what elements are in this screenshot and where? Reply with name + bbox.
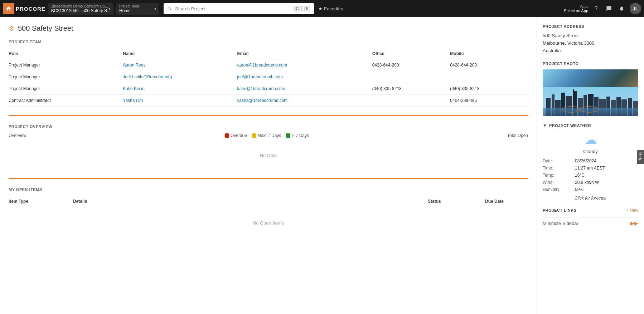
team-col-email: Email (237, 48, 372, 59)
weather-humidity-label: Humidity: (543, 187, 575, 192)
my-open-items-section: MY OPEN ITEMS Item Type Details Status D… (9, 187, 528, 237)
breadcrumb-project-label: BC313012046 - 500 Safety S... (51, 8, 111, 13)
project-links-section: PROJECT LINKS + New (543, 208, 638, 213)
project-photo-container (543, 69, 638, 116)
apps-label: Apps (580, 5, 588, 9)
team-role-cell: Project Manager (9, 59, 123, 71)
minimize-sidebar-button[interactable]: Minimize Sidebar ▶▶ (543, 217, 638, 229)
team-name-cell: Katie Kwan (123, 83, 237, 95)
address-line1: 500 Safety Street (543, 33, 578, 38)
address-line3: Australia (543, 48, 561, 53)
legend-item: > 7 Days (286, 133, 309, 138)
project-address: 500 Safety Street Melbourne, Victoria 30… (543, 32, 638, 54)
page-title: 500 Safety Street (18, 24, 73, 33)
legend-dot-1 (252, 133, 256, 138)
items-col-type: Item Type (9, 199, 73, 204)
project-team-section-title: PROJECT TEAM (9, 40, 528, 44)
weather-section: ▼ PROJECT WEATHER ☁ Cloudy Date: 08/26/2… (543, 123, 638, 201)
home-icon-button[interactable] (3, 3, 14, 14)
cloud-icon: ☁ (584, 132, 597, 147)
procore-logo: PROCORE (16, 6, 45, 12)
apps-dropdown[interactable]: Apps Select an App (564, 5, 588, 13)
weather-wind-val: 20.9 km/h W (575, 180, 638, 185)
settings-icon[interactable]: ⚙ (9, 25, 14, 33)
team-col-role: Role (9, 48, 123, 59)
table-row: Project Manager Joel Ludik (1Breadcrumb)… (9, 71, 528, 83)
weather-date-val: 08/26/2024 (575, 158, 638, 163)
main-layout: ⚙ 500 Safety Street PROJECT TEAM Role Na… (0, 17, 644, 314)
legend-label-1: Next 7 Days (258, 133, 281, 138)
favorites-button[interactable]: ★ Favorites (318, 6, 343, 11)
weather-humidity-val: 59% (575, 187, 638, 192)
user-avatar[interactable]: JL (630, 3, 641, 14)
my-open-items-section-title: MY OPEN ITEMS (9, 187, 528, 192)
project-team-section: PROJECT TEAM Role Name Email Office Mobi… (9, 40, 528, 107)
items-col-status: Status (428, 199, 485, 204)
team-name-cell: Yasha Lim (123, 95, 237, 107)
total-open-label: Total Open (507, 133, 528, 138)
team-email-cell[interactable]: katie@1breadcrumb.com (237, 83, 372, 95)
overview-items-divider (9, 178, 528, 179)
team-email-cell[interactable]: joel@1breadcrumb.com (237, 71, 372, 83)
new-link-button[interactable]: + New (626, 208, 638, 213)
table-row: Contract Administrator Yasha Lim yasha@1… (9, 95, 528, 107)
project-overview-section: PROJECT OVERVIEW Overview Overdue Next 7… (9, 124, 528, 170)
weather-date-label: Date: (543, 158, 575, 163)
apps-select-label: Select an App (564, 9, 588, 13)
project-tools-dropdown[interactable]: Project Tools Home ▼ (116, 3, 159, 15)
project-team-table: Role Name Email Office Mobile Project Ma… (9, 48, 528, 107)
items-col-duedate: Due Date (485, 199, 528, 204)
team-office-cell (372, 71, 450, 83)
weather-header[interactable]: ▼ PROJECT WEATHER (543, 123, 638, 128)
team-col-name: Name (123, 48, 237, 59)
overview-label: Overview (9, 133, 26, 138)
team-col-office: Office (372, 48, 450, 59)
weather-details-grid: Date: 08/26/2024 Time: 11:27 am AEST Tem… (543, 158, 638, 192)
open-items-no-data: No Open Items (9, 208, 528, 237)
topnav-right-section: Apps Select an App ? JL (564, 3, 641, 14)
table-row: Project Manager Katie Kwan katie@1breadc… (9, 83, 528, 95)
help-tab[interactable]: Help (637, 150, 644, 164)
legend-item: Overdue (225, 133, 247, 138)
search-shortcut: Ctrl K (294, 6, 310, 11)
project-tools-value: Home (119, 8, 156, 13)
team-mobile-cell: 0428-644-200 (450, 59, 528, 71)
legend-dot-2 (286, 133, 290, 138)
overview-header: Overview Overdue Next 7 Days > 7 Days To… (9, 133, 528, 138)
team-name-cell: Aaron Rees (123, 59, 237, 71)
breadcrumb-company-project[interactable]: 1breadcrumb Demo Company US... BC3130120… (48, 3, 113, 15)
team-role-cell: Project Manager (9, 83, 123, 95)
project-photo (543, 69, 638, 116)
weather-wind-label: Wind: (543, 180, 575, 185)
weather-section-title: PROJECT WEATHER (549, 123, 591, 128)
project-overview-section-title: PROJECT OVERVIEW (9, 124, 528, 129)
chat-icon-button[interactable] (604, 4, 614, 14)
team-mobile-cell: 0404-239-495 (450, 95, 528, 107)
table-row: Project Manager Aaron Rees aaron@1breadc… (9, 59, 528, 71)
team-email-cell[interactable]: yasha@1breadcrumb.com (237, 95, 372, 107)
weather-icon-area: ☁ (543, 132, 638, 147)
search-ctrl-key: Ctrl (294, 6, 304, 11)
help-icon-button[interactable]: ? (591, 4, 601, 14)
overview-no-data: No Data (9, 141, 528, 170)
svg-rect-7 (573, 89, 574, 93)
items-col-details: Details (73, 199, 428, 204)
weather-temp-val: 16°C (575, 173, 638, 178)
photo-section-title: PROJECT PHOTO (543, 62, 638, 66)
forecast-link[interactable]: Click for forecast (543, 196, 638, 201)
search-bar[interactable]: Ctrl K (164, 3, 314, 14)
team-email-cell[interactable]: aaron@1breadcrumb.com (237, 59, 372, 71)
legend-label-0: Overdue (231, 133, 247, 138)
weather-time-label: Time: (543, 166, 575, 171)
collapse-weather-icon: ▼ (543, 123, 547, 128)
notifications-icon-button[interactable] (617, 4, 627, 14)
search-k-key: K (304, 6, 310, 11)
team-name-cell: Joel Ludik (1Breadcrumb) (123, 71, 237, 83)
search-input[interactable] (175, 6, 291, 11)
skyline-svg (543, 87, 638, 116)
top-navigation: PROCORE 1breadcrumb Demo Company US... B… (0, 0, 644, 17)
legend-label-2: > 7 Days (292, 133, 309, 138)
project-tools-dropdown-icon: ▼ (154, 7, 157, 11)
breadcrumb-company-label: 1breadcrumb Demo Company US... (51, 4, 111, 8)
team-office-cell: (040) 335-8218 (372, 83, 450, 95)
